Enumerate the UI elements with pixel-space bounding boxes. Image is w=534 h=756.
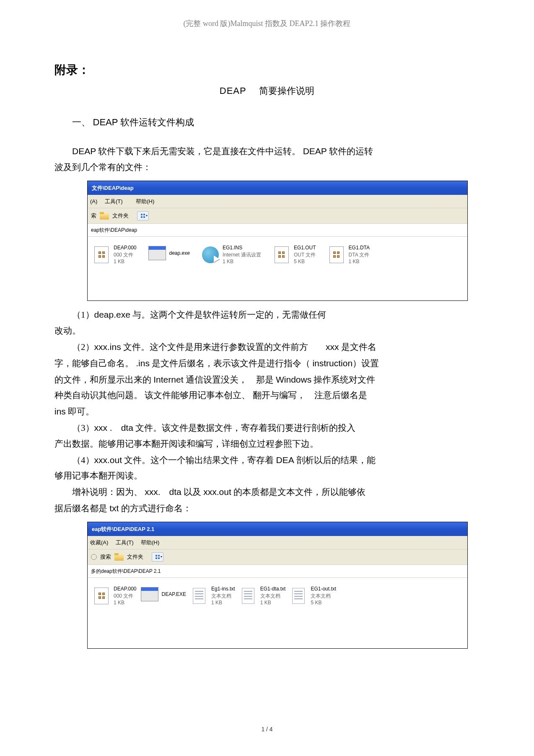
para-2d: 种类自动识其他问题。 该文件能够用记事本创立、 翻开与编写， 注意后缀名是	[54, 388, 480, 404]
address-bar[interactable]: 多的deap软件\DEAP\DEAP 2.1	[88, 565, 467, 578]
window-titlebar[interactable]: eap软件\DEAP\DEAP 2.1	[88, 522, 467, 536]
menu-favorites[interactable]: 收藏(A)	[90, 539, 108, 546]
term-out: xxx.out	[94, 455, 122, 465]
folders-label[interactable]: 文件夹	[127, 552, 143, 562]
file-meta: Eg1-ins.txt 文本文档 1 KB	[211, 585, 235, 606]
file-meta: DEAP.000 000 文件 1 KB	[114, 244, 137, 265]
txt-file-icon	[290, 587, 307, 605]
term-deap-exe: deap.exe	[94, 310, 130, 319]
num-4: （4）	[72, 455, 94, 465]
p5b-c: 的方式进行命名：	[119, 503, 191, 513]
file-meta: DEAP.EXE	[162, 591, 186, 598]
section-num: 一、	[72, 117, 91, 127]
search-label[interactable]: 搜索	[100, 552, 111, 562]
num-2: （2）	[72, 342, 94, 352]
folder-icon[interactable]	[100, 212, 109, 220]
p2b-a: 字，能够自己命名。	[54, 358, 136, 368]
file-item[interactable]: DEAP.000 000 文件 1 KB	[93, 585, 137, 606]
file-meta: EG1-out.txt 文本文档 5 KB	[311, 585, 336, 606]
address-bar[interactable]: eap软件\DEAP\deap	[88, 224, 467, 237]
document-header: (完整 word 版)Malmquist 指数及 DEAP2.1 操作教程	[54, 17, 480, 30]
term-ins2: .ins	[136, 358, 150, 368]
folders-label[interactable]: 文件夹	[112, 211, 129, 220]
intro-text-1: 软件下载下来后无需安装，它是直接在文件中运转。	[96, 146, 303, 156]
file-item[interactable]: EG1-dta.txt 文本文档 1 KB	[239, 585, 286, 606]
file-meta: EG1.DTA DTA 文件 1 KB	[349, 244, 370, 265]
file-size: 1 KB	[349, 258, 370, 265]
view-button[interactable]: ▾	[137, 211, 149, 220]
menubar[interactable]: (A) 工具(T) 帮助(H)	[88, 195, 467, 208]
p4-c: 文件。这个一个输出结果文件，寄存着	[122, 455, 276, 465]
file-size: 1 KB	[223, 258, 261, 265]
num-3: （3）	[72, 423, 94, 433]
intro-para-1: DEAP 软件下载下来后无需安装，它是直接在文件中运转。 DEAP 软件的运转	[54, 143, 480, 160]
menu-help[interactable]: 帮助(H)	[136, 198, 160, 205]
file-name: EG1.OUT	[294, 244, 316, 251]
menubar[interactable]: 收藏(A) 工具(T) 帮助(H)	[88, 536, 467, 549]
para-2c: 的文件，和所显示出来的 Internet 通信设置没关， 那是 Windows …	[54, 372, 480, 388]
window-titlebar[interactable]: 文件\DEAP\deap	[88, 181, 467, 195]
file-size: 5 KB	[311, 599, 336, 606]
search-icon[interactable]	[91, 554, 97, 560]
file-meta: EG1.OUT OUT 文件 5 KB	[294, 244, 316, 265]
file-type: 文本文档	[211, 593, 235, 599]
file-item[interactable]: EG1-out.txt 文本文档 5 KB	[290, 585, 336, 606]
file-name: EG1.INS	[223, 244, 261, 251]
section-tail: 软件运转文件构成	[120, 117, 194, 127]
txt-file-icon	[239, 587, 257, 605]
file-type: 文本文档	[311, 593, 336, 599]
para-3: （3）xxx . dta 文件。该文件是数据文件，寄存着我们要进行剖析的投入	[54, 420, 480, 436]
file-item[interactable]: EG1.DTA DTA 文件 1 KB	[328, 244, 370, 265]
page-number: 1 / 4	[54, 724, 480, 735]
file-pane: DEAP.000 000 文件 1 KB deap.exe EG1.INS In…	[88, 237, 467, 300]
generic-file-icon	[273, 246, 290, 264]
file-name: EG1-dta.txt	[260, 585, 286, 592]
file-type: 000 文件	[114, 593, 137, 599]
p5-e: 的本质都是文本文件，所以能够依	[231, 487, 366, 497]
term-instruction: instruction	[312, 358, 353, 368]
search-label[interactable]: 索	[91, 211, 96, 220]
intro-brand-1: DEAP	[72, 146, 96, 156]
para-3b: 产出数据。能够用记事本翻开阅读和编写，详细创立过程参照下边。	[54, 436, 480, 452]
file-size: 1 KB	[260, 599, 286, 606]
file-size: 1 KB	[114, 258, 137, 265]
menu-tools[interactable]: 工具(T)	[105, 198, 129, 205]
file-meta: DEAP.000 000 文件 1 KB	[114, 585, 137, 606]
appendix-title: 附录：	[54, 60, 480, 80]
term-dta: xxx . dta	[94, 423, 133, 432]
term-dta2: xxx. dta	[145, 487, 181, 497]
p2c-c: 通信设置没关， 那是	[183, 375, 276, 385]
file-item[interactable]: Eg1-ins.txt 文本文档 1 KB	[190, 585, 235, 606]
term-dea: DEA	[276, 455, 294, 465]
folder-icon[interactable]	[114, 553, 124, 561]
file-item[interactable]: EG1.INS Internet 通讯设置 1 KB	[202, 244, 261, 265]
menu-tools-label: 工具(T)	[105, 198, 123, 205]
file-type: DTA 文件	[349, 251, 370, 258]
menu-a[interactable]: (A)	[90, 198, 97, 205]
menu-tools[interactable]: 工具(T)	[116, 539, 134, 546]
term-internet: Internet	[153, 375, 183, 384]
p5-a: 增补说明：因为、	[72, 487, 145, 497]
p2-tail: 是文件名	[339, 342, 376, 352]
file-item[interactable]: DEAP.000 000 文件 1 KB	[93, 244, 137, 265]
explorer-window-1: 文件\DEAP\deap (A) 工具(T) 帮助(H) 索 文件夹 ▾ eap…	[87, 181, 468, 301]
file-item[interactable]: deap.exe	[148, 244, 190, 262]
file-item[interactable]: DEAP.EXE	[141, 585, 186, 603]
txt-file-icon	[190, 587, 208, 605]
menu-help[interactable]: 帮助(H)	[141, 539, 159, 546]
file-name: DEAP.EXE	[162, 591, 186, 598]
exe-file-icon	[141, 585, 158, 603]
view-button[interactable]: ▾	[152, 552, 163, 562]
menu-help-label: 帮助(H)	[136, 198, 154, 205]
file-meta: deap.exe	[169, 250, 190, 256]
p2c-a: 的文件，和所显示出来的	[54, 375, 153, 385]
p4-e: 剖析以后的结果，能	[294, 455, 376, 465]
p2-text: 文件。这个文件是用来进行参数设置的文件前方	[121, 342, 326, 352]
toolbar: 搜索 文件夹 ▾	[88, 549, 467, 564]
p2b-c: 是文件后缀名，表示该文件是进行指令（	[150, 358, 313, 368]
exe-file-icon	[148, 244, 166, 262]
p2e-b: 即可。	[66, 406, 94, 417]
file-item[interactable]: EG1.OUT OUT 文件 5 KB	[273, 244, 316, 265]
section-brand: DEAP	[93, 117, 118, 127]
file-name: deap.exe	[169, 250, 190, 256]
